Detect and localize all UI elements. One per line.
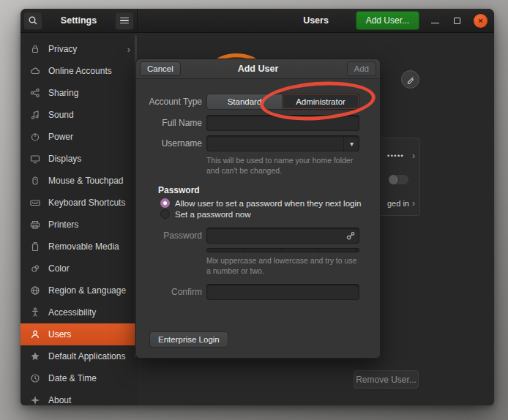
app-title: Settings	[42, 15, 115, 26]
display-icon	[29, 153, 41, 165]
logged-in-text: ged in	[387, 199, 409, 208]
add-user-button[interactable]: Add User...	[356, 11, 419, 30]
sidebar-item-accessibility[interactable]: Accessibility	[20, 301, 138, 323]
maximize-icon[interactable]	[454, 18, 460, 24]
menu-button[interactable]	[115, 12, 134, 30]
settings-window: Settings Users Add User... × Privacy › O…	[20, 9, 494, 405]
password-section-heading: Password	[158, 185, 200, 195]
sidebar-item-removable-media[interactable]: Removable Media	[20, 236, 138, 258]
cancel-button[interactable]: Cancel	[140, 61, 181, 76]
printer-icon	[29, 219, 41, 230]
username-label: Username	[136, 138, 202, 149]
clock-icon	[29, 372, 41, 384]
confirm-row: Confirm	[136, 284, 381, 300]
music-note-icon	[29, 109, 41, 121]
sidebar-item-date-time[interactable]: Date & Time	[20, 367, 138, 389]
toggle-switch[interactable]	[387, 174, 409, 185]
password-row-fragment[interactable]: ••••• ›	[387, 144, 415, 168]
radio-unselected-icon[interactable]	[160, 209, 170, 219]
sidebar-item-power[interactable]: Power	[20, 126, 138, 148]
password-label: Password	[136, 230, 202, 241]
menu-icon	[120, 18, 129, 24]
chevron-right-icon: ›	[412, 151, 415, 161]
sidebar-item-online-accounts[interactable]: Online Accounts	[20, 60, 138, 82]
search-button[interactable]	[23, 12, 42, 30]
username-row: Username ▾	[136, 135, 381, 151]
search-icon	[28, 15, 38, 26]
user-settings-fragment: ••••• › ged in ›	[381, 138, 420, 216]
power-icon	[29, 131, 41, 143]
sidebar: Privacy › Online Accounts Sharing Sound …	[20, 33, 138, 405]
toggle-knob	[388, 174, 399, 185]
full-name-row: Full Name	[136, 115, 381, 131]
sidebar-item-mouse-touchpad[interactable]: Mouse & Touchpad	[20, 170, 138, 192]
enterprise-login-button[interactable]: Enterprise Login	[149, 331, 228, 348]
sidebar-item-keyboard-shortcuts[interactable]: Keyboard Shortcuts	[20, 192, 138, 214]
username-input[interactable]	[206, 135, 359, 151]
titlebar: Settings Users Add User... ×	[20, 9, 494, 33]
keyboard-icon	[29, 197, 41, 209]
account-type-label: Account Type	[136, 97, 202, 107]
titlebar-right: Users Add User... ×	[138, 9, 494, 32]
removable-media-icon	[29, 241, 41, 252]
lock-icon	[29, 43, 41, 55]
sidebar-item-sharing[interactable]: Sharing	[20, 82, 138, 104]
full-name-input[interactable]	[206, 115, 359, 131]
pencil-icon	[406, 75, 415, 84]
share-icon	[29, 87, 41, 99]
account-type-row: Account Type Standard Administrator	[136, 94, 381, 110]
page-title: Users	[138, 15, 494, 26]
radio-selected-icon[interactable]	[160, 198, 170, 208]
sidebar-item-users[interactable]: Users	[20, 323, 138, 345]
titlebar-left: Settings	[20, 9, 138, 32]
logged-in-row-fragment[interactable]: ged in ›	[387, 192, 415, 215]
password-input[interactable]	[206, 228, 359, 244]
username-hint: This will be used to name your home fold…	[206, 155, 363, 176]
minimize-icon[interactable]	[431, 18, 439, 23]
users-icon	[29, 329, 41, 340]
automatic-login-row-fragment	[387, 168, 415, 191]
sidebar-item-about[interactable]: About	[20, 389, 138, 405]
password-set-now-option[interactable]: Set a password now	[160, 209, 251, 219]
mouse-icon	[29, 175, 41, 187]
remove-user-button[interactable]: Remove User...	[354, 370, 419, 389]
password-next-login-option[interactable]: Allow user to set a password when they n…	[160, 198, 361, 208]
chevron-right-icon: ›	[127, 44, 130, 55]
sidebar-item-sound[interactable]: Sound	[20, 104, 138, 126]
administrator-account-button[interactable]: Administrator	[283, 94, 359, 110]
sidebar-item-printers[interactable]: Printers	[20, 214, 138, 236]
full-name-label: Full Name	[136, 118, 202, 128]
add-button[interactable]: Add	[347, 61, 376, 76]
globe-icon	[29, 285, 41, 296]
password-row: Password	[136, 228, 381, 244]
generate-password-key-icon[interactable]	[345, 230, 356, 241]
sidebar-item-default-applications[interactable]: Default Applications	[20, 345, 138, 367]
chevron-down-icon: ▾	[350, 140, 354, 148]
sidebar-item-displays[interactable]: Displays	[20, 148, 138, 170]
accessibility-icon	[29, 307, 41, 318]
confirm-label: Confirm	[136, 287, 202, 297]
username-dropdown-button[interactable]: ▾	[343, 135, 359, 151]
confirm-input[interactable]	[206, 284, 359, 300]
sidebar-item-color[interactable]: Color	[20, 258, 138, 280]
color-icon	[29, 263, 41, 274]
password-strength-meter	[206, 248, 359, 252]
chevron-right-icon: ›	[412, 198, 415, 209]
add-user-dialog: Add User Cancel Add Account Type Standar…	[135, 59, 381, 359]
sidebar-item-region-language[interactable]: Region & Language	[20, 280, 138, 301]
cloud-icon	[29, 65, 41, 77]
close-icon[interactable]: ×	[474, 14, 488, 28]
edit-avatar-button[interactable]	[401, 70, 419, 89]
sidebar-item-privacy[interactable]: Privacy ›	[20, 38, 138, 60]
about-icon	[29, 394, 41, 405]
standard-account-button[interactable]: Standard	[206, 94, 283, 110]
password-hint: Mix uppercase and lowercase and try to u…	[206, 255, 363, 276]
password-dots: •••••	[387, 152, 404, 160]
dialog-header: Add User Cancel Add	[136, 59, 380, 79]
star-icon	[29, 350, 41, 362]
